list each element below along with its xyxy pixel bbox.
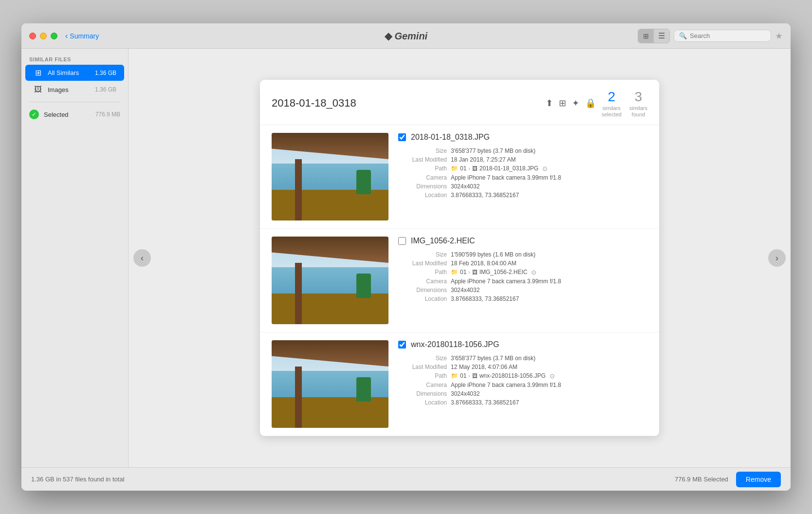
minimize-button[interactable] bbox=[40, 33, 47, 39]
similars-selected-label1: similars bbox=[602, 105, 622, 111]
dimensions-label-1: Dimensions bbox=[398, 183, 447, 190]
sidebar-item-all-similars-label: All Similars bbox=[48, 69, 90, 76]
file-meta-1: Size 3'658'377 bytes (3.7 MB on disk) La… bbox=[398, 147, 647, 199]
similars-found-number: 3 bbox=[629, 89, 647, 105]
app-title: ◆ Gemini bbox=[385, 30, 427, 42]
sidebar-item-images[interactable]: 🖼 Images 1.36 GB bbox=[25, 82, 124, 97]
similars-selected-block: 2 similars selected bbox=[602, 89, 622, 118]
chevron-left-nav-icon: ‹ bbox=[141, 253, 144, 263]
sidebar-selected-label: Selected bbox=[44, 111, 91, 118]
detail-title: 2018-01-18_0318 bbox=[272, 97, 546, 110]
file-thumbnail-1 bbox=[272, 133, 388, 220]
dimensions-label-3: Dimensions bbox=[398, 390, 447, 397]
modified-label-2: Last Modified bbox=[398, 260, 447, 267]
next-button[interactable]: › bbox=[768, 249, 786, 267]
close-button[interactable] bbox=[29, 33, 36, 39]
file-name-3: wnx-20180118-1056.JPG bbox=[411, 340, 499, 349]
star-action-icon[interactable]: ✦ bbox=[572, 98, 579, 109]
dimensions-value-1: 3024x4032 bbox=[451, 183, 647, 190]
folder-icon-1: 📁 bbox=[451, 165, 458, 172]
file-info-1: 2018-01-18_0318.JPG Size 3'658'377 bytes… bbox=[398, 133, 647, 199]
file-name-2: IMG_1056-2.HEIC bbox=[411, 237, 475, 245]
copy-icon-3[interactable]: ⊙ bbox=[550, 372, 555, 380]
path-chevron-3: › bbox=[468, 373, 470, 379]
sidebar-item-images-size: 1.36 GB bbox=[95, 86, 116, 93]
path-chevron-2: › bbox=[468, 270, 470, 275]
file-type-icon-1: 🖼 bbox=[472, 165, 478, 171]
similars-selected-label2: selected bbox=[602, 111, 622, 118]
sidebar-item-all-similars[interactable]: ⊞ All Similars 1.36 GB bbox=[25, 65, 124, 81]
titlebar-right: ⊞ ☰ 🔍 ★ bbox=[638, 29, 783, 43]
file-info-3: wnx-20180118-1056.JPG Size 3'658'377 byt… bbox=[398, 340, 647, 406]
location-label-1: Location bbox=[398, 192, 447, 199]
all-similars-icon: ⊞ bbox=[33, 68, 43, 77]
status-right: 776.9 MB Selected Remove bbox=[675, 472, 781, 487]
file-entry-3: wnx-20180118-1056.JPG Size 3'658'377 byt… bbox=[260, 332, 659, 436]
camera-value-2: Apple iPhone 7 back camera 3.99mm f/1.8 bbox=[451, 278, 647, 285]
sidebar-item-images-label: Images bbox=[48, 86, 90, 93]
camera-label-2: Camera bbox=[398, 278, 447, 285]
path-folder-3: 01 bbox=[460, 372, 466, 379]
file-thumbnail-3 bbox=[272, 340, 388, 428]
file-type-icon-2: 🖼 bbox=[472, 269, 478, 275]
share-icon[interactable]: ⬆ bbox=[546, 98, 553, 109]
remove-button[interactable]: Remove bbox=[736, 472, 781, 487]
sidebar: Similar Files ⊞ All Similars 1.36 GB 🖼 I… bbox=[21, 49, 129, 467]
dimensions-value-2: 3024x4032 bbox=[451, 287, 647, 294]
modified-value-1: 18 Jan 2018, 7:25:27 AM bbox=[451, 156, 647, 163]
file-checkbox-1[interactable] bbox=[398, 133, 406, 141]
size-value-2: 1'590'599 bytes (1.6 MB on disk) bbox=[451, 251, 647, 258]
app-window: ‹ Summary ◆ Gemini ⊞ ☰ 🔍 ★ Similar Files bbox=[21, 23, 791, 491]
lock-icon[interactable]: 🔒 bbox=[585, 98, 596, 109]
detail-header: 2018-01-18_0318 ⬆ ⊞ ✦ 🔒 2 similars selec… bbox=[260, 80, 659, 125]
grid-icon[interactable]: ⊞ bbox=[559, 98, 566, 109]
copy-icon-2[interactable]: ⊙ bbox=[531, 269, 536, 276]
similars-found-block: 3 similars found bbox=[629, 89, 647, 118]
similars-found-label2: found bbox=[629, 111, 647, 118]
dimensions-value-3: 3024x4032 bbox=[451, 390, 647, 397]
search-icon: 🔍 bbox=[679, 32, 687, 39]
grid-view-button[interactable]: ⊞ bbox=[638, 29, 654, 43]
sidebar-selected-size: 776.9 MB bbox=[95, 111, 120, 118]
modified-value-3: 12 May 2018, 4:07:06 AM bbox=[451, 364, 647, 370]
sidebar-section-label: Similar Files bbox=[21, 53, 128, 64]
file-name-row-3: wnx-20180118-1056.JPG bbox=[398, 340, 647, 349]
file-type-icon-3: 🖼 bbox=[472, 373, 478, 379]
path-folder-2: 01 bbox=[460, 269, 466, 275]
similars-selected-number: 2 bbox=[602, 89, 622, 105]
copy-icon-1[interactable]: ⊙ bbox=[542, 165, 548, 172]
file-name-row-2: IMG_1056-2.HEIC bbox=[398, 237, 647, 245]
camera-value-3: Apple iPhone 7 back camera 3.99mm f/1.8 bbox=[451, 382, 647, 388]
favorites-button[interactable]: ★ bbox=[775, 31, 783, 41]
path-label-2: Path bbox=[398, 269, 447, 276]
search-bar[interactable]: 🔍 bbox=[674, 30, 771, 42]
size-label-1: Size bbox=[398, 147, 447, 154]
file-info-2: IMG_1056-2.HEIC Size 1'590'599 bytes (1.… bbox=[398, 237, 647, 302]
similars-found-label1: similars bbox=[629, 105, 647, 111]
file-checkbox-2[interactable] bbox=[398, 237, 406, 245]
sidebar-divider bbox=[29, 102, 120, 102]
sidebar-selected-section: ✓ Selected 776.9 MB bbox=[21, 106, 128, 123]
gemini-gem-icon: ◆ bbox=[385, 31, 392, 41]
file-thumbnail-2 bbox=[272, 237, 388, 324]
search-input[interactable] bbox=[690, 32, 758, 39]
location-label-2: Location bbox=[398, 295, 447, 302]
dimensions-label-2: Dimensions bbox=[398, 287, 447, 294]
maximize-button[interactable] bbox=[51, 33, 57, 39]
list-view-button[interactable]: ☰ bbox=[654, 29, 669, 43]
detail-panel: 2018-01-18_0318 ⬆ ⊞ ✦ 🔒 2 similars selec… bbox=[260, 80, 659, 436]
file-entry-1: 2018-01-18_0318.JPG Size 3'658'377 bytes… bbox=[260, 125, 659, 229]
main-content: Similar Files ⊞ All Similars 1.36 GB 🖼 I… bbox=[21, 49, 791, 467]
content-area: ‹ 2018-01-18_0318 ⬆ ⊞ ✦ 🔒 2 similars bbox=[129, 49, 791, 467]
back-button[interactable]: ‹ Summary bbox=[65, 32, 99, 40]
file-checkbox-3[interactable] bbox=[398, 341, 406, 349]
file-meta-3: Size 3'658'377 bytes (3.7 MB on disk) La… bbox=[398, 355, 647, 406]
path-folder-1: 01 bbox=[460, 165, 466, 172]
file-name-1: 2018-01-18_0318.JPG bbox=[411, 133, 490, 142]
size-label-2: Size bbox=[398, 251, 447, 258]
prev-button[interactable]: ‹ bbox=[133, 249, 151, 267]
back-label: Summary bbox=[70, 32, 99, 40]
selected-check-icon: ✓ bbox=[29, 110, 39, 119]
path-value-2: 📁 01 › 🖼 IMG_1056-2.HEIC ⊙ bbox=[451, 269, 647, 276]
traffic-lights bbox=[29, 33, 57, 39]
